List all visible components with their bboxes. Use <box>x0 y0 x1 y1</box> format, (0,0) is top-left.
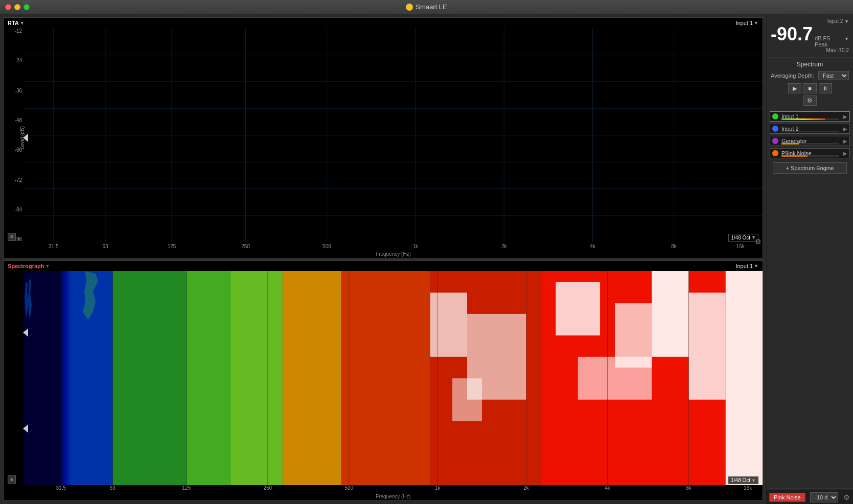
maximize-button[interactable] <box>24 4 30 10</box>
svg-rect-28 <box>341 271 430 486</box>
xaxis-63: 63 <box>102 244 108 249</box>
spectrum-section: Spectrum Averaging Depth: Fast Medium Sl… <box>767 58 853 109</box>
xaxis-31: 31.5 <box>49 244 58 249</box>
spectro-xaxis-125: 125 <box>182 485 191 491</box>
spectro-x-axis: 31.5 63 125 250 500 1k 2k 4k 8k 16k Freq… <box>24 485 763 500</box>
spectro-chart-svg <box>24 271 763 486</box>
svg-rect-24 <box>112 271 187 486</box>
channel-arrow-input1: ▶ <box>843 114 847 119</box>
y-label-24: -24 <box>6 58 22 63</box>
app-icon <box>406 4 413 11</box>
main-layout: RTA ▼ Input 1 ▼ -12 -24 -36 -48 -60 -72 … <box>0 14 853 504</box>
channel-meter-fill-input1 <box>781 118 825 120</box>
y-label-12: -12 <box>6 28 22 34</box>
spectro-dropdown-arrow: ▼ <box>45 263 50 269</box>
channel-indicator-generator <box>772 138 778 144</box>
window-controls <box>5 4 30 10</box>
xaxis-500: 500 <box>322 244 331 249</box>
spectrograph-chart: Spectrograph ▼ Input 1 ▼ <box>3 260 763 501</box>
db-level-select[interactable]: -10 dB -20 dB -6 dB <box>810 492 838 502</box>
stop-button[interactable]: ■ <box>803 83 817 93</box>
xaxis-250: 250 <box>241 244 250 249</box>
add-spectrum-engine-button[interactable]: + Spectrum Engine <box>773 162 847 174</box>
level-unit-arrow: ▼ <box>844 36 849 41</box>
spectro-resolution-arrow: ▼ <box>751 478 756 483</box>
spectro-xaxis-250: 250 <box>264 485 272 491</box>
y-label-72: -72 <box>6 177 22 183</box>
spectro-y-axis <box>4 271 24 486</box>
spectrograph-label[interactable]: Spectrograph ▼ <box>8 263 50 269</box>
rta-settings-icon[interactable]: ⚙ <box>755 237 762 246</box>
spectro-xaxis-1k: 1k <box>435 485 441 491</box>
rta-chart-svg <box>24 28 763 243</box>
minimize-button[interactable] <box>14 4 20 10</box>
averaging-label: Averaging Depth: <box>771 73 814 79</box>
svg-rect-27 <box>283 271 342 486</box>
channel-p9ink[interactable]: P9ink Noise ▶ <box>770 148 850 158</box>
svg-marker-17 <box>24 44 75 79</box>
rta-input-arrow: ▼ <box>754 20 758 26</box>
svg-rect-37 <box>652 271 688 357</box>
spectro-xaxis-63: 63 <box>110 485 116 491</box>
transport-controls: ▶ ■ ⏸ <box>771 83 849 93</box>
spectro-xaxis-4k: 4k <box>605 485 610 491</box>
svg-rect-34 <box>556 281 600 335</box>
spectro-xaxis-8k: 8k <box>686 485 691 491</box>
titlebar: Smaart LE <box>0 0 853 14</box>
channel-indicator-input1 <box>772 113 778 119</box>
right-panel: Input 2 ▼ -90.7 dB FS Peak ▼ Max -70.2 S… <box>766 14 853 504</box>
level-db-value: -90.7 <box>771 25 813 43</box>
rta-resolution-badge[interactable]: 1/48 Oct ▼ <box>728 234 758 242</box>
channel-meter-input2 <box>781 131 839 132</box>
y-label-36: -36 <box>6 88 22 93</box>
pink-noise-button[interactable]: Pink Noise <box>769 493 805 502</box>
averaging-depth-select[interactable]: Fast Medium Slow <box>818 71 849 80</box>
xaxis-16k: 16k <box>736 244 745 249</box>
svg-rect-36 <box>578 356 652 399</box>
svg-rect-26 <box>231 271 283 486</box>
svg-marker-19 <box>24 54 75 79</box>
channel-indicator-input2 <box>772 126 778 132</box>
bottom-bar: Pink Noise -10 dB -20 dB -6 dB ⚙ <box>766 490 853 504</box>
spectro-xaxis-31: 31.5 <box>56 485 66 491</box>
rta-close-button[interactable]: ✕ <box>8 233 16 241</box>
svg-rect-39 <box>726 271 763 486</box>
xaxis-2k: 2k <box>501 244 507 249</box>
rta-input-selector[interactable]: Input 1 ▼ <box>735 20 758 26</box>
svg-rect-38 <box>689 292 726 399</box>
level-max: Max -70.2 <box>771 47 849 53</box>
level-value-row: -90.7 dB FS Peak ▼ <box>771 25 849 47</box>
y-label-48: -48 <box>6 117 22 123</box>
close-button[interactable] <box>5 4 11 10</box>
spectro-xaxis-2k: 2k <box>523 485 529 491</box>
rta-chart: RTA ▼ Input 1 ▼ -12 -24 -36 -48 -60 -72 … <box>3 17 763 258</box>
channel-meter-fill-generator <box>781 143 799 145</box>
rta-x-axis: 31.5 63 125 250 500 1k 2k 4k 8k 16k Freq… <box>24 243 763 258</box>
channel-meter-generator <box>781 143 839 145</box>
rta-dropdown-arrow: ▼ <box>20 20 25 26</box>
play-button[interactable]: ▶ <box>788 83 801 93</box>
svg-marker-18 <box>24 55 75 79</box>
level-unit: dB FS Peak <box>815 35 841 47</box>
y-label-84: -84 <box>6 207 22 212</box>
xaxis-1k: 1k <box>413 244 419 249</box>
xaxis-8k: 8k <box>671 244 677 249</box>
channel-arrow-p9ink: ▶ <box>843 151 847 156</box>
pause-button[interactable]: ⏸ <box>819 83 832 93</box>
bottom-settings-icon[interactable]: ⚙ <box>843 493 850 501</box>
channel-input1[interactable]: Input 1 ▶ <box>770 111 850 122</box>
spectro-resolution-badge[interactable]: 1/48 Oct ▼ <box>728 476 758 484</box>
channel-indicator-p9ink <box>772 150 778 156</box>
channel-meter-fill-p9ink <box>781 155 808 157</box>
channel-generator[interactable]: Generator ▶ <box>770 136 850 146</box>
spectro-input-arrow: ▼ <box>754 263 758 269</box>
channel-input2[interactable]: Input 2 ▶ <box>770 124 850 134</box>
spectro-close-button[interactable]: ✕ <box>8 475 16 484</box>
svg-rect-32 <box>467 314 526 399</box>
spectrum-settings-button[interactable]: ⚙ <box>803 95 817 106</box>
level-meter-section: Input 2 ▼ -90.7 dB FS Peak ▼ Max -70.2 <box>767 14 853 58</box>
window-title: Smaart LE <box>406 3 447 11</box>
level-input-arrow: ▼ <box>844 19 849 24</box>
spectro-input-selector[interactable]: Input 1 ▼ <box>735 263 758 269</box>
rta-label[interactable]: RTA ▼ <box>8 20 25 26</box>
